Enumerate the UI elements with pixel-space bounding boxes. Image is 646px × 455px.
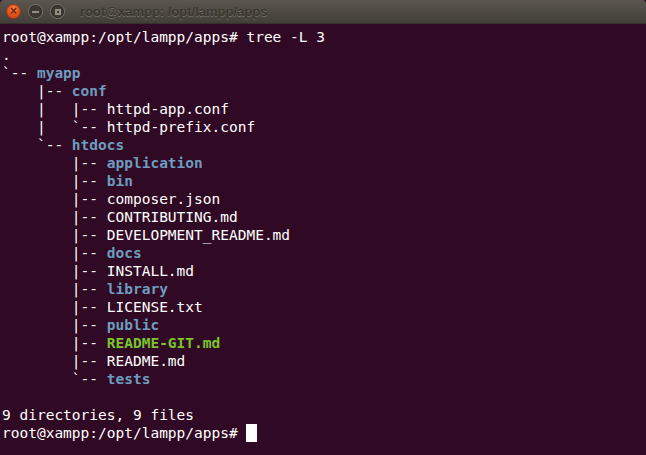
text-segment: public bbox=[107, 317, 159, 333]
text-segment: |-- bbox=[2, 83, 72, 99]
text-segment: |-- bbox=[2, 245, 107, 261]
text-segment: application bbox=[107, 155, 203, 171]
terminal-line: |-- DEVELOPMENT_README.md bbox=[2, 226, 644, 244]
text-segment: |-- INSTALL.md bbox=[2, 263, 194, 279]
terminal-line: |-- docs bbox=[2, 244, 644, 262]
terminal-line: |-- application bbox=[2, 154, 644, 172]
terminal-line: | `-- httpd-prefix.conf bbox=[2, 118, 644, 136]
window-title: root@xampp: /opt/lampp/apps bbox=[80, 4, 267, 19]
text-segment: `-- bbox=[2, 371, 107, 387]
text-segment: 9 directories, 9 files bbox=[2, 407, 194, 423]
terminal-cursor bbox=[246, 424, 257, 442]
text-segment: |-- bbox=[2, 335, 107, 351]
terminal-line: root@xampp:/opt/lampp/apps# tree -L 3 bbox=[2, 28, 644, 46]
text-segment: |-- composer.json bbox=[2, 191, 220, 207]
text-segment: | `-- httpd-prefix.conf bbox=[2, 119, 255, 135]
terminal-window: × root@xampp: /opt/lampp/apps root@xampp… bbox=[0, 0, 646, 455]
text-segment: root@xampp:/opt/lampp/apps# bbox=[2, 425, 246, 441]
terminal-line: |-- LICENSE.txt bbox=[2, 298, 644, 316]
terminal-line: `-- htdocs bbox=[2, 136, 644, 154]
text-segment: root@xampp:/opt/lampp/apps# tree -L 3 bbox=[2, 29, 325, 45]
text-segment: `-- bbox=[2, 137, 72, 153]
text-segment: |-- LICENSE.txt bbox=[2, 299, 203, 315]
close-button[interactable]: × bbox=[6, 4, 21, 19]
maximize-icon bbox=[55, 9, 61, 15]
text-segment: myapp bbox=[37, 65, 81, 81]
text-segment: htdocs bbox=[72, 137, 124, 153]
minimize-button[interactable] bbox=[28, 4, 43, 19]
terminal-line: |-- README-GIT.md bbox=[2, 334, 644, 352]
text-segment: |-- CONTRIBUTING.md bbox=[2, 209, 238, 225]
text-segment: |-- bbox=[2, 281, 107, 297]
text-segment: . bbox=[2, 47, 11, 63]
terminal-line: `-- myapp bbox=[2, 64, 644, 82]
text-segment: library bbox=[107, 281, 168, 297]
text-segment: README-GIT.md bbox=[107, 335, 221, 351]
titlebar[interactable]: × root@xampp: /opt/lampp/apps bbox=[0, 0, 646, 24]
terminal-line: |-- composer.json bbox=[2, 190, 644, 208]
terminal-line: `-- tests bbox=[2, 370, 644, 388]
terminal-line bbox=[2, 388, 644, 406]
terminal-line: |-- library bbox=[2, 280, 644, 298]
terminal-line: |-- conf bbox=[2, 82, 644, 100]
terminal-line: | |-- httpd-app.conf bbox=[2, 100, 644, 118]
terminal-line: |-- public bbox=[2, 316, 644, 334]
text-segment: `-- bbox=[2, 65, 37, 81]
text-segment: |-- DEVELOPMENT_README.md bbox=[2, 227, 290, 243]
text-segment: tests bbox=[107, 371, 151, 387]
terminal-output[interactable]: root@xampp:/opt/lampp/apps# tree -L 3.`-… bbox=[0, 24, 646, 455]
terminal-line: |-- bin bbox=[2, 172, 644, 190]
text-segment: |-- README.md bbox=[2, 353, 185, 369]
text-segment: |-- bbox=[2, 173, 107, 189]
close-icon: × bbox=[10, 5, 17, 17]
text-segment: |-- bbox=[2, 155, 107, 171]
terminal-line: root@xampp:/opt/lampp/apps# bbox=[2, 424, 644, 442]
text-segment: bin bbox=[107, 173, 133, 189]
terminal-line: |-- INSTALL.md bbox=[2, 262, 644, 280]
terminal-line: |-- CONTRIBUTING.md bbox=[2, 208, 644, 226]
text-segment: conf bbox=[72, 83, 107, 99]
minimize-icon bbox=[32, 11, 39, 13]
terminal-line: |-- README.md bbox=[2, 352, 644, 370]
terminal-line: 9 directories, 9 files bbox=[2, 406, 644, 424]
maximize-button[interactable] bbox=[50, 4, 65, 19]
text-segment: docs bbox=[107, 245, 142, 261]
terminal-line: . bbox=[2, 46, 644, 64]
text-segment: | |-- httpd-app.conf bbox=[2, 101, 229, 117]
text-segment: |-- bbox=[2, 317, 107, 333]
